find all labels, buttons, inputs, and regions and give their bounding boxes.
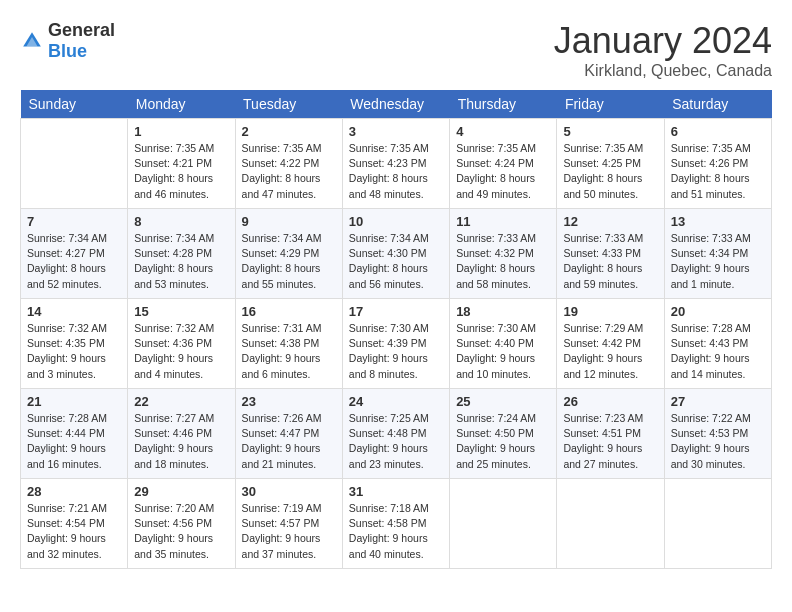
calendar-cell: 2Sunrise: 7:35 AMSunset: 4:22 PMDaylight…	[235, 119, 342, 209]
day-info: Sunrise: 7:30 AMSunset: 4:40 PMDaylight:…	[456, 321, 550, 382]
day-info: Sunrise: 7:30 AMSunset: 4:39 PMDaylight:…	[349, 321, 443, 382]
weekday-header-tuesday: Tuesday	[235, 90, 342, 119]
calendar-week-row: 14Sunrise: 7:32 AMSunset: 4:35 PMDayligh…	[21, 299, 772, 389]
weekday-header-sunday: Sunday	[21, 90, 128, 119]
calendar-cell: 8Sunrise: 7:34 AMSunset: 4:28 PMDaylight…	[128, 209, 235, 299]
calendar-cell: 30Sunrise: 7:19 AMSunset: 4:57 PMDayligh…	[235, 479, 342, 569]
day-number: 14	[27, 304, 121, 319]
calendar-week-row: 28Sunrise: 7:21 AMSunset: 4:54 PMDayligh…	[21, 479, 772, 569]
day-number: 10	[349, 214, 443, 229]
day-info: Sunrise: 7:34 AMSunset: 4:30 PMDaylight:…	[349, 231, 443, 292]
day-info: Sunrise: 7:19 AMSunset: 4:57 PMDaylight:…	[242, 501, 336, 562]
day-info: Sunrise: 7:28 AMSunset: 4:43 PMDaylight:…	[671, 321, 765, 382]
day-number: 31	[349, 484, 443, 499]
weekday-header-friday: Friday	[557, 90, 664, 119]
day-number: 28	[27, 484, 121, 499]
day-number: 25	[456, 394, 550, 409]
calendar-cell: 9Sunrise: 7:34 AMSunset: 4:29 PMDaylight…	[235, 209, 342, 299]
calendar-cell: 7Sunrise: 7:34 AMSunset: 4:27 PMDaylight…	[21, 209, 128, 299]
calendar-cell: 6Sunrise: 7:35 AMSunset: 4:26 PMDaylight…	[664, 119, 771, 209]
day-info: Sunrise: 7:28 AMSunset: 4:44 PMDaylight:…	[27, 411, 121, 472]
calendar-cell: 5Sunrise: 7:35 AMSunset: 4:25 PMDaylight…	[557, 119, 664, 209]
day-number: 12	[563, 214, 657, 229]
weekday-header-thursday: Thursday	[450, 90, 557, 119]
day-info: Sunrise: 7:22 AMSunset: 4:53 PMDaylight:…	[671, 411, 765, 472]
calendar-cell: 12Sunrise: 7:33 AMSunset: 4:33 PMDayligh…	[557, 209, 664, 299]
month-title: January 2024	[554, 20, 772, 62]
day-number: 21	[27, 394, 121, 409]
calendar-cell: 10Sunrise: 7:34 AMSunset: 4:30 PMDayligh…	[342, 209, 449, 299]
calendar-cell: 28Sunrise: 7:21 AMSunset: 4:54 PMDayligh…	[21, 479, 128, 569]
title-area: January 2024 Kirkland, Quebec, Canada	[554, 20, 772, 80]
day-number: 1	[134, 124, 228, 139]
calendar-cell: 14Sunrise: 7:32 AMSunset: 4:35 PMDayligh…	[21, 299, 128, 389]
logo-blue: Blue	[48, 41, 87, 61]
day-info: Sunrise: 7:23 AMSunset: 4:51 PMDaylight:…	[563, 411, 657, 472]
day-number: 17	[349, 304, 443, 319]
day-info: Sunrise: 7:21 AMSunset: 4:54 PMDaylight:…	[27, 501, 121, 562]
day-number: 9	[242, 214, 336, 229]
day-number: 20	[671, 304, 765, 319]
calendar-cell: 21Sunrise: 7:28 AMSunset: 4:44 PMDayligh…	[21, 389, 128, 479]
calendar-cell: 29Sunrise: 7:20 AMSunset: 4:56 PMDayligh…	[128, 479, 235, 569]
day-info: Sunrise: 7:34 AMSunset: 4:29 PMDaylight:…	[242, 231, 336, 292]
day-info: Sunrise: 7:32 AMSunset: 4:35 PMDaylight:…	[27, 321, 121, 382]
calendar-week-row: 21Sunrise: 7:28 AMSunset: 4:44 PMDayligh…	[21, 389, 772, 479]
calendar-cell: 23Sunrise: 7:26 AMSunset: 4:47 PMDayligh…	[235, 389, 342, 479]
calendar-cell: 31Sunrise: 7:18 AMSunset: 4:58 PMDayligh…	[342, 479, 449, 569]
day-number: 2	[242, 124, 336, 139]
day-info: Sunrise: 7:27 AMSunset: 4:46 PMDaylight:…	[134, 411, 228, 472]
calendar-cell: 19Sunrise: 7:29 AMSunset: 4:42 PMDayligh…	[557, 299, 664, 389]
day-number: 11	[456, 214, 550, 229]
logo-icon	[20, 29, 44, 53]
day-number: 13	[671, 214, 765, 229]
day-number: 15	[134, 304, 228, 319]
day-number: 30	[242, 484, 336, 499]
day-info: Sunrise: 7:35 AMSunset: 4:21 PMDaylight:…	[134, 141, 228, 202]
header: General Blue January 2024 Kirkland, Queb…	[20, 20, 772, 80]
calendar-cell	[664, 479, 771, 569]
calendar-cell: 24Sunrise: 7:25 AMSunset: 4:48 PMDayligh…	[342, 389, 449, 479]
calendar-week-row: 1Sunrise: 7:35 AMSunset: 4:21 PMDaylight…	[21, 119, 772, 209]
day-number: 19	[563, 304, 657, 319]
day-info: Sunrise: 7:29 AMSunset: 4:42 PMDaylight:…	[563, 321, 657, 382]
calendar-cell: 25Sunrise: 7:24 AMSunset: 4:50 PMDayligh…	[450, 389, 557, 479]
day-info: Sunrise: 7:35 AMSunset: 4:24 PMDaylight:…	[456, 141, 550, 202]
calendar-table: SundayMondayTuesdayWednesdayThursdayFrid…	[20, 90, 772, 569]
day-number: 23	[242, 394, 336, 409]
day-number: 27	[671, 394, 765, 409]
day-number: 6	[671, 124, 765, 139]
calendar-cell: 1Sunrise: 7:35 AMSunset: 4:21 PMDaylight…	[128, 119, 235, 209]
day-info: Sunrise: 7:33 AMSunset: 4:33 PMDaylight:…	[563, 231, 657, 292]
day-info: Sunrise: 7:25 AMSunset: 4:48 PMDaylight:…	[349, 411, 443, 472]
calendar-cell: 15Sunrise: 7:32 AMSunset: 4:36 PMDayligh…	[128, 299, 235, 389]
weekday-header-row: SundayMondayTuesdayWednesdayThursdayFrid…	[21, 90, 772, 119]
calendar-cell: 13Sunrise: 7:33 AMSunset: 4:34 PMDayligh…	[664, 209, 771, 299]
day-info: Sunrise: 7:31 AMSunset: 4:38 PMDaylight:…	[242, 321, 336, 382]
logo-general: General	[48, 20, 115, 40]
day-info: Sunrise: 7:35 AMSunset: 4:22 PMDaylight:…	[242, 141, 336, 202]
calendar-cell	[21, 119, 128, 209]
day-info: Sunrise: 7:35 AMSunset: 4:25 PMDaylight:…	[563, 141, 657, 202]
day-number: 5	[563, 124, 657, 139]
day-info: Sunrise: 7:24 AMSunset: 4:50 PMDaylight:…	[456, 411, 550, 472]
day-info: Sunrise: 7:26 AMSunset: 4:47 PMDaylight:…	[242, 411, 336, 472]
day-number: 4	[456, 124, 550, 139]
logo: General Blue	[20, 20, 115, 62]
day-info: Sunrise: 7:35 AMSunset: 4:23 PMDaylight:…	[349, 141, 443, 202]
calendar-cell	[557, 479, 664, 569]
weekday-header-saturday: Saturday	[664, 90, 771, 119]
calendar-cell: 27Sunrise: 7:22 AMSunset: 4:53 PMDayligh…	[664, 389, 771, 479]
calendar-cell: 17Sunrise: 7:30 AMSunset: 4:39 PMDayligh…	[342, 299, 449, 389]
weekday-header-monday: Monday	[128, 90, 235, 119]
day-info: Sunrise: 7:18 AMSunset: 4:58 PMDaylight:…	[349, 501, 443, 562]
day-info: Sunrise: 7:33 AMSunset: 4:34 PMDaylight:…	[671, 231, 765, 292]
calendar-cell: 20Sunrise: 7:28 AMSunset: 4:43 PMDayligh…	[664, 299, 771, 389]
calendar-cell: 16Sunrise: 7:31 AMSunset: 4:38 PMDayligh…	[235, 299, 342, 389]
calendar-cell: 18Sunrise: 7:30 AMSunset: 4:40 PMDayligh…	[450, 299, 557, 389]
location-title: Kirkland, Quebec, Canada	[554, 62, 772, 80]
calendar-cell: 4Sunrise: 7:35 AMSunset: 4:24 PMDaylight…	[450, 119, 557, 209]
calendar-cell: 26Sunrise: 7:23 AMSunset: 4:51 PMDayligh…	[557, 389, 664, 479]
day-info: Sunrise: 7:34 AMSunset: 4:27 PMDaylight:…	[27, 231, 121, 292]
day-info: Sunrise: 7:35 AMSunset: 4:26 PMDaylight:…	[671, 141, 765, 202]
